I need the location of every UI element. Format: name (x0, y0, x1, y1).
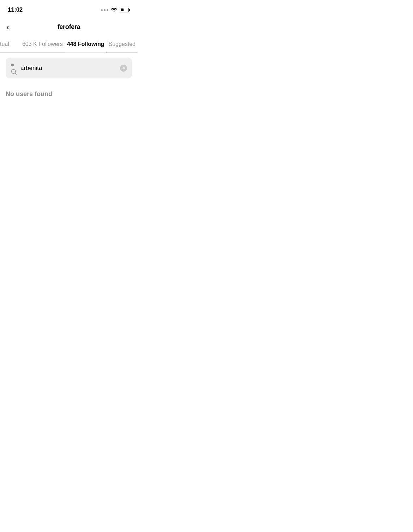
battery-icon (120, 8, 130, 12)
no-results-container: No users found (0, 83, 138, 105)
search-icon: ● (11, 61, 17, 75)
close-icon: ✕ (122, 66, 125, 70)
tab-following[interactable]: 448 Following (65, 36, 107, 52)
no-results-message: No users found (6, 90, 52, 97)
tab-suggested[interactable]: Suggested (106, 36, 138, 52)
status-bar: 11:02 (0, 0, 138, 18)
search-clear-button[interactable]: ✕ (120, 65, 127, 72)
status-time: 11:02 (8, 6, 23, 13)
tab-followers[interactable]: 603 K Followers (20, 36, 65, 52)
tabs-container: tual 603 K Followers 448 Following Sugge… (0, 36, 138, 53)
search-input[interactable] (20, 65, 116, 72)
svg-line-1 (15, 73, 16, 74)
status-icons (101, 7, 130, 13)
search-container: ● ✕ (0, 53, 138, 83)
page-title: ferofera (58, 23, 80, 31)
wifi-icon (111, 7, 117, 13)
tab-mutual[interactable]: tual (0, 36, 20, 52)
nav-bar: ‹ ferofera (0, 18, 138, 36)
signal-dots-icon (101, 9, 108, 11)
back-chevron-icon: ‹ (6, 22, 10, 31)
search-bar: ● ✕ (6, 58, 132, 78)
back-button[interactable]: ‹ (6, 22, 10, 31)
